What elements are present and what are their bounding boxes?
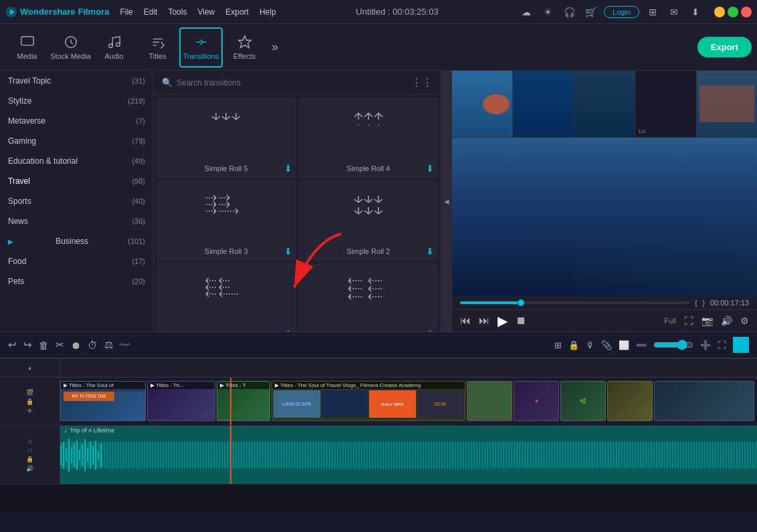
settings-playback-icon[interactable]: ⚙ (740, 315, 749, 326)
sidebar-item-food[interactable]: Food (17) (0, 251, 153, 271)
clip-6[interactable]: ☀ (514, 381, 559, 421)
brightness-icon[interactable]: ☀ (540, 4, 556, 20)
redo-icon[interactable]: ↪ (23, 339, 32, 351)
fullscreen-icon[interactable]: ⛶ (684, 315, 693, 326)
sidebar-item-education[interactable]: Education & tutorial (49) (0, 151, 153, 171)
transition-simple-roll-3[interactable]: Simple Roll 3 ⬇ (156, 180, 296, 261)
export-button[interactable]: Export (697, 37, 752, 57)
download-12-icon[interactable]: ⬇ (284, 329, 292, 331)
cart-icon[interactable]: 🛒 (582, 4, 599, 20)
stock-media-tab[interactable]: Stock Media (49, 27, 92, 68)
stop-icon[interactable]: ⏹ (516, 315, 526, 327)
download-4-icon[interactable]: ⬇ (426, 163, 434, 174)
plus-zoom-icon[interactable]: ➕ (700, 340, 711, 350)
lock-icon[interactable]: 🔒 (568, 340, 579, 350)
audio-tab[interactable]: Audio (92, 27, 136, 68)
audio-track-content[interactable]: ♪ Trip of A Lifetime (60, 426, 757, 484)
clip-icon[interactable]: 📎 (601, 340, 612, 350)
minimize-button[interactable] (714, 7, 725, 17)
clip-7[interactable]: 🌿 (560, 381, 606, 421)
transition-simple-roll-12[interactable]: Simple Roll 12 ⬇ (156, 263, 296, 331)
download-3-icon[interactable]: ⬇ (284, 246, 292, 257)
sidebar-item-stylize[interactable]: Stylize (219) (0, 91, 153, 111)
extend-icon[interactable]: ⛶ (718, 340, 726, 350)
sidebar-item-travel[interactable]: Travel (98) (0, 171, 153, 191)
video-track-content[interactable]: ▶ Titles - The Soul of MY FLYING DIA ▶ T… (60, 378, 757, 425)
download-icon[interactable]: ⬇ (687, 4, 704, 20)
clip-3[interactable]: ▶ Titles - T (217, 381, 270, 421)
eq-icon[interactable]: ⚖ (104, 339, 113, 351)
download-5-icon[interactable]: ⬇ (284, 163, 292, 174)
menu-edit[interactable]: Edit (144, 7, 158, 17)
transition-simple-roll-2[interactable]: Simple Roll 2 ⬇ (299, 180, 439, 261)
thumb-4[interactable]: 1/1 (635, 71, 695, 137)
svg-rect-107 (74, 443, 75, 467)
cloud-icon[interactable]: ☁ (518, 4, 534, 20)
sidebar-item-metaverse[interactable]: Metaverse (7) (0, 111, 153, 131)
undo-icon[interactable]: ↩ (8, 339, 17, 351)
progress-bar[interactable] (460, 301, 689, 304)
menu-help[interactable]: Help (259, 7, 276, 17)
play-icon[interactable]: ▶ (498, 313, 508, 329)
login-button[interactable]: Login (604, 6, 639, 18)
maximize-button[interactable] (728, 7, 738, 17)
thumb-3[interactable] (574, 71, 635, 137)
sidebar-item-news[interactable]: News (36) (0, 211, 153, 231)
eye-icon[interactable]: 👁 (27, 408, 33, 414)
headphone-icon[interactable]: 🎧 (561, 4, 577, 20)
sidebar-item-pets[interactable]: Pets (20) (0, 271, 153, 291)
clip-4[interactable]: ▶ Titles - The Soul of Travel Vlogs_ Fil… (272, 381, 465, 421)
more-tools[interactable]: » (272, 40, 278, 54)
snapshot-icon[interactable]: 📷 (701, 315, 713, 326)
clip-9[interactable] (654, 381, 754, 421)
minus-zoom-icon[interactable]: ➖ (636, 340, 647, 350)
menu-tools[interactable]: Tools (168, 7, 187, 17)
clip-5[interactable] (467, 381, 512, 421)
timer-icon[interactable]: ⏱ (88, 340, 98, 351)
step-back-icon[interactable]: ⏭ (479, 315, 490, 327)
thumb-2[interactable] (512, 71, 573, 137)
volume-icon[interactable]: 🔊 (721, 315, 732, 326)
effects-tab[interactable]: Effects (223, 27, 266, 68)
mic-icon[interactable]: 🎙 (586, 340, 594, 350)
audio-lock-icon[interactable]: 🔒 (26, 456, 33, 462)
menu-export[interactable]: Export (225, 7, 249, 17)
svg-line-12 (226, 116, 230, 120)
fit-icon[interactable]: ⬜ (619, 340, 629, 350)
transition-simple-roll-1[interactable]: Simple Roll 1 ⬇ (299, 263, 439, 331)
cut-icon[interactable]: ✂ (56, 339, 64, 351)
sidebar-item-gaming[interactable]: Gaming (79) (0, 131, 153, 151)
grid-timeline-icon[interactable]: ⊞ (554, 340, 562, 350)
sidebar-item-travel-topic[interactable]: Travel Topic (31) (0, 71, 153, 91)
transition-simple-roll-5[interactable]: Simple Roll 5 ⬇ (156, 98, 296, 178)
transitions-tab[interactable]: Transitions (179, 27, 223, 68)
waveform-icon[interactable]: 〰 (120, 340, 130, 351)
close-button[interactable] (741, 7, 752, 17)
record-icon[interactable]: ⏺ (71, 340, 81, 351)
menu-view[interactable]: View (197, 7, 215, 17)
transition-simple-roll-4[interactable]: Simple Roll 4 ⬇ (299, 98, 439, 178)
sidebar-item-business[interactable]: ▶ Business (101) (0, 231, 153, 251)
skip-back-icon[interactable]: ⏮ (460, 315, 471, 327)
delete-icon[interactable]: 🗑 (39, 340, 49, 351)
progress-handle[interactable] (518, 299, 524, 306)
clip-8[interactable] (607, 381, 653, 421)
search-input[interactable] (177, 78, 407, 88)
mail-icon[interactable]: ✉ (666, 4, 682, 20)
menu-file[interactable]: File (120, 7, 132, 17)
download-1-icon[interactable]: ⬇ (426, 329, 434, 331)
zoom-slider[interactable] (653, 340, 693, 350)
collapse-panel-button[interactable]: ◀ (441, 71, 452, 331)
download-2-icon[interactable]: ⬇ (426, 246, 434, 257)
thumb-1[interactable] (452, 71, 512, 137)
titles-tab[interactable]: Titles (136, 27, 179, 68)
audio-vol-icon[interactable]: 🔊 (26, 465, 33, 472)
lock-track-icon[interactable]: 🔒 (26, 398, 33, 405)
clip-1[interactable]: ▶ Titles - The Soul of MY FLYING DIA (60, 381, 146, 421)
media-tab[interactable]: Media (5, 27, 49, 68)
sidebar-item-sports[interactable]: Sports (40) (0, 191, 153, 211)
clip-2[interactable]: ▶ Titles - Th... (147, 381, 215, 421)
grid-icon[interactable]: ⊞ (645, 4, 661, 20)
thumb-5[interactable] (696, 71, 757, 137)
grid-view-icon[interactable]: ⋮⋮ (411, 76, 433, 89)
